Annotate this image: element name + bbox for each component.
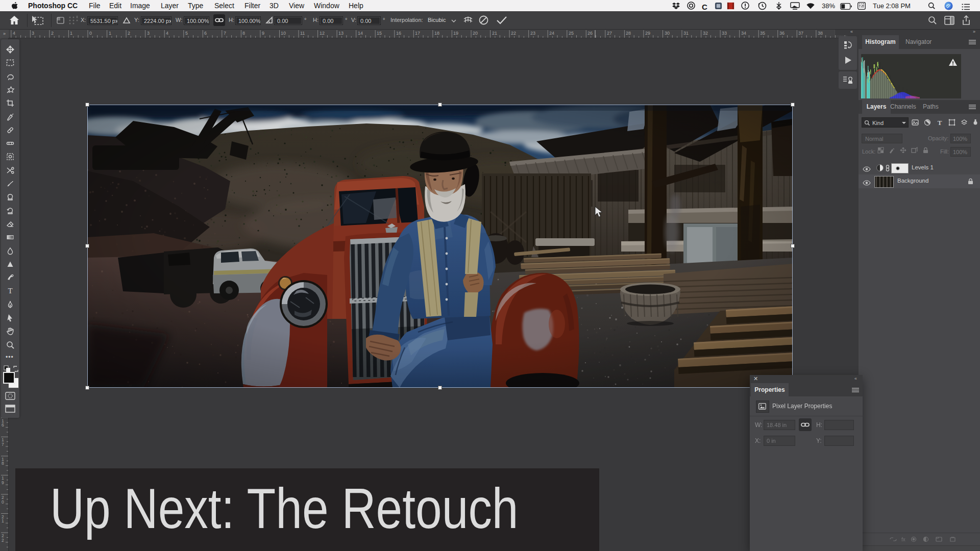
svg-text:4: 4: [13, 31, 15, 36]
svg-text:1: 1: [109, 31, 111, 36]
svg-text:28: 28: [626, 31, 631, 36]
svg-text:12: 12: [320, 31, 325, 36]
svg-text:17: 17: [415, 31, 420, 36]
svg-text:7: 7: [2, 442, 4, 447]
svg-text:29: 29: [645, 31, 650, 36]
svg-text:0: 0: [89, 31, 92, 36]
svg-text:22: 22: [511, 31, 516, 36]
svg-text:38: 38: [818, 31, 823, 36]
svg-text:34: 34: [741, 31, 746, 36]
svg-text:35: 35: [760, 31, 765, 36]
svg-text:24: 24: [549, 31, 554, 36]
svg-text:3: 3: [147, 31, 150, 36]
svg-text:fx: fx: [901, 537, 905, 542]
svg-text:32: 32: [703, 31, 708, 36]
svg-text:16: 16: [396, 31, 401, 36]
svg-text:7: 7: [224, 31, 226, 36]
svg-text:11: 11: [300, 31, 305, 36]
svg-text:4: 4: [166, 31, 168, 36]
svg-text:14: 14: [358, 31, 363, 36]
svg-text:37: 37: [798, 31, 803, 36]
svg-text:20: 20: [473, 31, 478, 36]
svg-text:21: 21: [492, 31, 497, 36]
svg-text:5: 5: [185, 31, 188, 36]
svg-text:9: 9: [2, 480, 4, 485]
svg-text:3: 3: [32, 31, 34, 36]
svg-text:6: 6: [204, 31, 207, 36]
svg-text:23: 23: [530, 31, 535, 36]
svg-text:2: 2: [2, 538, 4, 543]
svg-text:10: 10: [281, 31, 286, 36]
svg-text:31: 31: [683, 31, 689, 36]
svg-text:33: 33: [722, 31, 727, 36]
svg-text:18: 18: [434, 31, 439, 36]
svg-text:9: 9: [262, 31, 264, 36]
svg-text:2: 2: [51, 31, 54, 36]
svg-text:13: 13: [338, 31, 344, 36]
svg-text:1: 1: [2, 518, 4, 523]
svg-text:T: T: [938, 119, 942, 126]
svg-text:8: 8: [242, 31, 245, 36]
svg-text:27: 27: [607, 31, 612, 36]
svg-text:8: 8: [2, 461, 4, 466]
svg-text:36: 36: [779, 31, 785, 36]
svg-text:T: T: [8, 287, 12, 295]
svg-text:30: 30: [665, 31, 670, 36]
svg-text:1: 1: [70, 31, 72, 36]
svg-text:26: 26: [587, 31, 593, 36]
svg-text:2: 2: [128, 31, 130, 36]
svg-text:6: 6: [2, 422, 4, 428]
svg-text:15: 15: [377, 31, 382, 36]
svg-text:19: 19: [453, 31, 458, 36]
svg-text:25: 25: [569, 31, 574, 36]
svg-text:0: 0: [2, 499, 4, 505]
